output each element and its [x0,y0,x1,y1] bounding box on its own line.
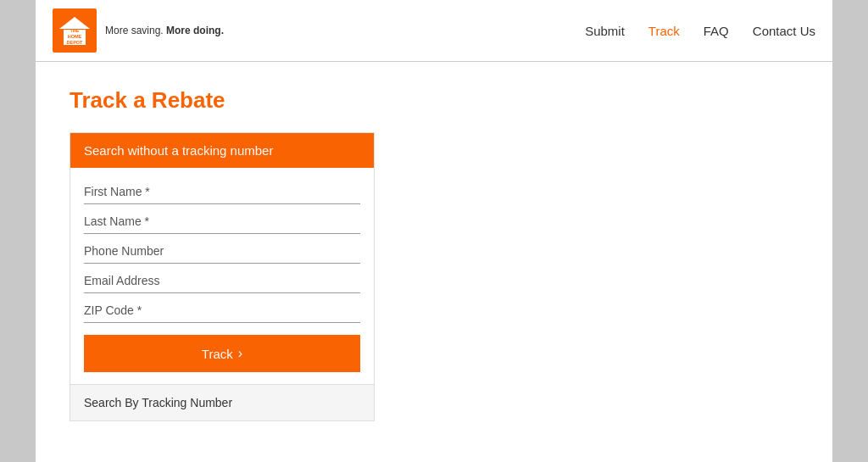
header: THE HOME DEPOT More saving. More doing. … [36,0,832,62]
zip-field [84,295,360,323]
form-card-header: Search without a tracking number [70,133,374,168]
form-card-body: Track › [70,168,374,384]
tagline: More saving. More doing. [105,25,224,36]
email-input[interactable] [84,265,360,293]
nav-contact[interactable]: Contact Us [753,24,815,38]
page-container: THE HOME DEPOT More saving. More doing. … [36,0,832,462]
first-name-field [84,176,360,204]
page-title: Track a Rebate [70,87,798,114]
last-name-input[interactable] [84,206,360,234]
phone-input[interactable] [84,236,360,264]
main-content: Track a Rebate Search without a tracking… [36,62,832,447]
nav-track[interactable]: Track [648,24,680,38]
zip-input[interactable] [84,295,360,323]
nav-submit[interactable]: Submit [585,24,625,38]
email-field [84,265,360,293]
form-card: Search without a tracking number [70,132,375,421]
home-depot-logo: THE HOME DEPOT [53,8,97,53]
track-button[interactable]: Track › [84,335,360,372]
first-name-input[interactable] [84,176,360,204]
last-name-field [84,206,360,234]
tracking-number-link[interactable]: Search By Tracking Number [70,384,374,420]
logo-area: THE HOME DEPOT More saving. More doing. [53,8,224,53]
nav-faq[interactable]: FAQ [704,24,729,38]
chevron-right-icon: › [238,346,242,361]
main-nav: Submit Track FAQ Contact Us [585,24,815,38]
phone-field [84,236,360,264]
